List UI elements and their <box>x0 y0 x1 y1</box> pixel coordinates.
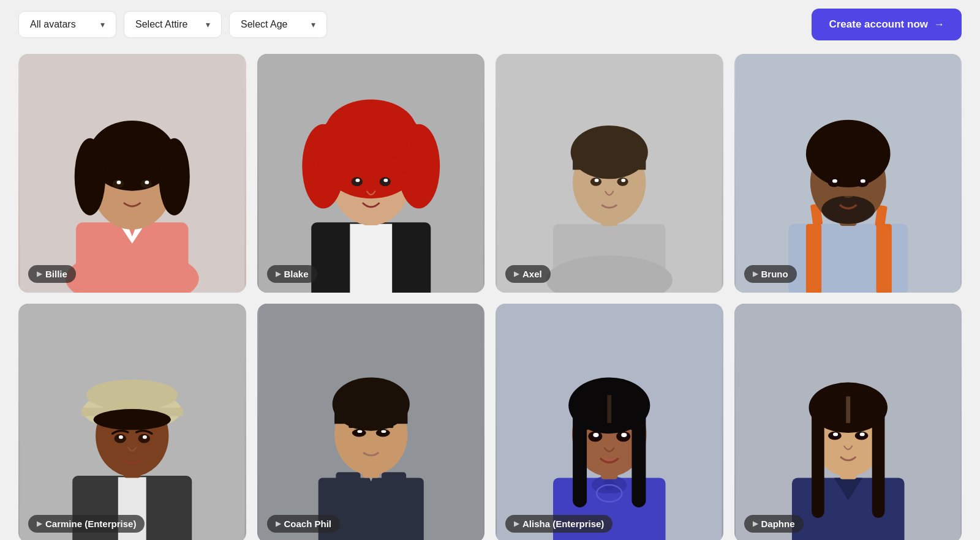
svg-point-52 <box>821 196 875 224</box>
avatar-name: Carmine (Enterprise) <box>45 519 136 529</box>
avatar-label-billie: ▶Billie <box>28 265 76 283</box>
avatar-name: Alisha (Enterprise) <box>522 519 604 529</box>
chevron-down-icon: ▾ <box>311 20 315 29</box>
svg-point-60 <box>860 179 865 183</box>
svg-point-90 <box>366 439 375 446</box>
avatar-image-alisha <box>496 304 723 540</box>
avatar-label-daphne: ▶Daphne <box>744 515 804 533</box>
play-icon: ▶ <box>753 270 758 278</box>
arrow-right-icon: → <box>934 18 944 31</box>
svg-point-118 <box>833 433 838 437</box>
avatar-name: Billie <box>45 269 67 279</box>
avatar-image-carmine <box>18 304 246 540</box>
avatar-image-blake <box>257 54 485 293</box>
filter-all-avatars-label: All avatars <box>30 19 76 30</box>
svg-point-75 <box>143 435 147 439</box>
svg-point-43 <box>621 179 625 182</box>
avatar-card-alisha[interactable]: ▶Alisha (Enterprise) <box>496 304 723 540</box>
svg-rect-38 <box>573 152 646 170</box>
avatar-card-daphne[interactable]: ▶Daphne <box>734 304 962 540</box>
svg-point-89 <box>381 430 386 433</box>
svg-point-119 <box>859 433 864 437</box>
svg-point-61 <box>842 191 853 198</box>
svg-point-9 <box>94 131 171 173</box>
chevron-down-icon: ▾ <box>206 20 210 29</box>
filter-all-avatars[interactable]: All avatars ▾ <box>18 11 116 38</box>
avatar-card-billie[interactable]: ▶Billie <box>18 54 246 293</box>
create-account-button[interactable]: Create account now → <box>812 9 962 40</box>
play-icon: ▶ <box>276 520 281 528</box>
svg-rect-102 <box>607 395 611 423</box>
svg-point-105 <box>593 433 598 437</box>
svg-rect-84 <box>349 426 369 429</box>
play-icon: ▶ <box>514 270 519 278</box>
svg-point-106 <box>621 433 627 437</box>
svg-point-42 <box>595 179 599 182</box>
play-icon: ▶ <box>753 520 758 528</box>
svg-point-74 <box>119 435 123 439</box>
avatar-name: Daphne <box>761 519 795 529</box>
avatar-image-daphne <box>734 304 962 540</box>
svg-rect-83 <box>334 404 407 424</box>
svg-point-27 <box>398 151 421 174</box>
filter-attire-label: Select Attire <box>135 19 187 30</box>
svg-point-12 <box>117 181 121 184</box>
avatar-label-alisha: ▶Alisha (Enterprise) <box>505 515 612 533</box>
play-icon: ▶ <box>276 270 281 278</box>
svg-point-69 <box>86 380 178 410</box>
svg-rect-46 <box>805 224 821 293</box>
avatar-image-billie <box>18 54 246 293</box>
avatar-card-coachphil[interactable]: ▶Coach Phil <box>257 304 485 540</box>
svg-rect-79 <box>381 472 405 486</box>
avatar-label-axel: ▶Axel <box>505 265 551 283</box>
create-account-label: Create account now <box>829 18 928 31</box>
svg-point-30 <box>355 179 360 182</box>
avatar-image-coachphil <box>257 304 485 540</box>
svg-point-26 <box>317 151 340 174</box>
avatar-card-blake[interactable]: ▶Blake <box>257 54 485 293</box>
svg-point-24 <box>353 114 382 142</box>
filter-age[interactable]: Select Age ▾ <box>229 11 327 38</box>
svg-rect-85 <box>372 426 393 429</box>
svg-point-56 <box>853 140 881 168</box>
avatar-image-axel <box>496 54 723 293</box>
avatar-name: Bruno <box>761 269 788 279</box>
avatar-card-bruno[interactable]: ▶Bruno <box>734 54 962 293</box>
svg-rect-16 <box>350 224 392 293</box>
svg-point-96 <box>597 485 622 502</box>
play-icon: ▶ <box>37 520 42 528</box>
avatar-card-axel[interactable]: ▶Axel <box>496 54 723 293</box>
avatar-grid: ▶Billie <box>0 49 980 540</box>
avatar-label-coachphil: ▶Coach Phil <box>267 515 341 533</box>
avatar-name: Coach Phil <box>284 519 332 529</box>
avatar-card-carmine[interactable]: ▶Carmine (Enterprise) <box>18 304 246 540</box>
svg-point-13 <box>145 181 149 184</box>
play-icon: ▶ <box>514 520 519 528</box>
svg-rect-78 <box>336 472 360 486</box>
svg-point-71 <box>94 409 171 430</box>
svg-rect-115 <box>846 396 850 423</box>
chevron-down-icon: ▾ <box>100 20 105 29</box>
svg-point-88 <box>357 430 362 433</box>
avatar-image-bruno <box>734 54 962 293</box>
filter-age-label: Select Age <box>241 19 288 30</box>
play-icon: ▶ <box>37 270 42 278</box>
filter-attire[interactable]: Select Attire ▾ <box>124 11 222 38</box>
svg-point-59 <box>832 179 837 183</box>
avatar-name: Blake <box>284 269 309 279</box>
toolbar: All avatars ▾ Select Attire ▾ Select Age… <box>0 0 980 49</box>
avatar-label-bruno: ▶Bruno <box>744 265 797 283</box>
avatar-label-blake: ▶Blake <box>267 265 317 283</box>
svg-rect-47 <box>876 224 891 293</box>
avatar-label-carmine: ▶Carmine (Enterprise) <box>28 515 145 533</box>
svg-point-31 <box>383 179 388 182</box>
avatar-name: Axel <box>522 269 542 279</box>
svg-rect-2 <box>76 222 189 293</box>
